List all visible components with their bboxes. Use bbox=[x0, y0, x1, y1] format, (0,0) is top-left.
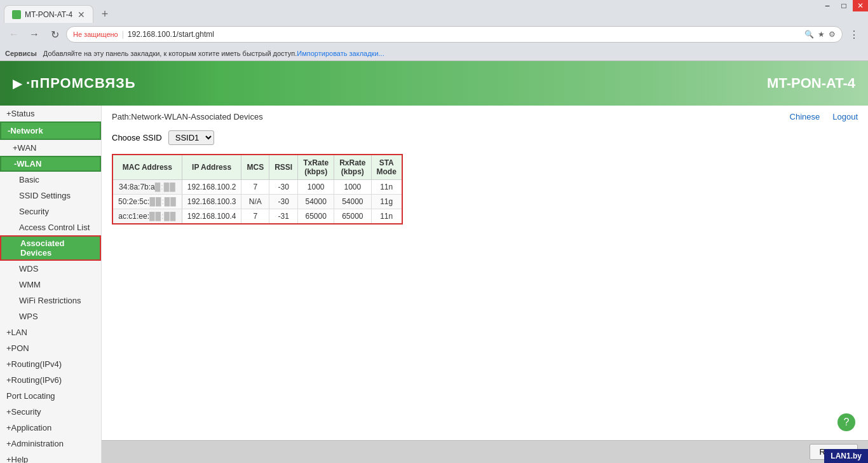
txrate-cell-1: 1000 bbox=[298, 180, 334, 195]
page-content: ▶ ·пПРОМСВЯЗЬ MT-PON-AT-4 +Status -Netwo… bbox=[0, 61, 868, 463]
logo-area: ▶ ·пПРОМСВЯЗЬ bbox=[13, 75, 136, 92]
sidebar-item-wlan[interactable]: -WLAN bbox=[0, 156, 101, 172]
address-bar[interactable]: Не защищено | 192.168.100.1/start.ghtml … bbox=[66, 26, 843, 43]
sidebar-item-routing-ipv4[interactable]: +Routing(IPv4) bbox=[0, 356, 101, 372]
sidebar-item-application[interactable]: +Application bbox=[0, 420, 101, 436]
ip-cell-3: 192.168.100.4 bbox=[182, 209, 241, 225]
sta-cell-3: 11n bbox=[371, 209, 402, 225]
sidebar-item-pon[interactable]: +PON bbox=[0, 340, 101, 356]
col-sta: STAMode bbox=[371, 155, 402, 180]
sidebar-item-routing-ipv6[interactable]: +Routing(IPv6) bbox=[0, 372, 101, 388]
mcs-cell-3: 7 bbox=[241, 209, 269, 225]
content-area: Path:Network-WLAN-Associated Devices Chi… bbox=[102, 106, 868, 440]
reload-button[interactable]: ↻ bbox=[46, 25, 64, 43]
sidebar-item-wps[interactable]: WPS bbox=[0, 308, 101, 324]
close-button[interactable]: ✕ bbox=[853, 0, 868, 11]
path-links: Chinese Logout bbox=[790, 112, 858, 121]
sidebar: +Status -Network +WAN -WLAN Basic SSID S… bbox=[0, 106, 102, 463]
router-header: ▶ ·пПРОМСВЯЗЬ MT-PON-AT-4 bbox=[0, 61, 868, 106]
rssi-cell-3: -31 bbox=[269, 209, 298, 225]
rxrate-cell-2: 54000 bbox=[334, 195, 371, 209]
help-button[interactable]: ? bbox=[837, 413, 855, 431]
txrate-cell-3: 65000 bbox=[298, 209, 334, 225]
col-rssi: RSSI bbox=[269, 155, 298, 180]
sidebar-item-basic[interactable]: Basic bbox=[0, 172, 101, 188]
settings-icon[interactable]: ⚙ bbox=[829, 30, 836, 39]
sidebar-item-wmm[interactable]: WMM bbox=[0, 277, 101, 293]
bookmark-icon[interactable]: ★ bbox=[818, 30, 825, 39]
new-tab-button[interactable]: + bbox=[96, 5, 114, 23]
restore-button[interactable]: □ bbox=[836, 0, 851, 11]
sidebar-item-security[interactable]: Security bbox=[0, 204, 101, 219]
content-wrapper: Path:Network-WLAN-Associated Devices Chi… bbox=[102, 106, 868, 463]
services-label: Сервисы bbox=[5, 50, 37, 57]
col-mac: MAC Address bbox=[112, 155, 182, 180]
sidebar-item-wifi-restrictions[interactable]: WiFi Restrictions bbox=[0, 293, 101, 308]
col-rxrate: RxRate(kbps) bbox=[334, 155, 371, 180]
ip-cell-1: 192.168.100.2 bbox=[182, 180, 241, 195]
rssi-cell-1: -30 bbox=[269, 180, 298, 195]
lan-badge: LAN1.by bbox=[824, 449, 868, 463]
sidebar-item-wan[interactable]: +WAN bbox=[0, 140, 101, 156]
rssi-cell-2: -30 bbox=[269, 195, 298, 209]
sta-cell-2: 11g bbox=[371, 195, 402, 209]
col-ip: IP Address bbox=[182, 155, 241, 180]
not-secure-label: Не защищено bbox=[73, 31, 118, 38]
col-txrate: TxRate(kbps) bbox=[298, 155, 334, 180]
sidebar-item-lan[interactable]: +LAN bbox=[0, 324, 101, 340]
sidebar-item-administration[interactable]: +Administration bbox=[0, 436, 101, 452]
extensions-button[interactable]: ⋮ bbox=[845, 25, 863, 43]
sidebar-item-security-menu[interactable]: +Security bbox=[0, 404, 101, 420]
col-mcs: MCS bbox=[241, 155, 269, 180]
sidebar-item-status[interactable]: +Status bbox=[0, 106, 101, 121]
sidebar-item-port-locating[interactable]: Port Locating bbox=[0, 388, 101, 404]
bookmarks-bar: Сервисы Добавляйте на эту панель закладк… bbox=[0, 46, 868, 61]
mcs-cell-1: 7 bbox=[241, 180, 269, 195]
ip-cell-2: 192.168.100.3 bbox=[182, 195, 241, 209]
sidebar-item-associated-devices[interactable]: Associated Devices bbox=[0, 235, 101, 261]
sidebar-item-ssid-settings[interactable]: SSID Settings bbox=[0, 188, 101, 204]
tab-favicon bbox=[12, 10, 21, 19]
search-icon[interactable]: 🔍 bbox=[804, 30, 814, 39]
forward-button[interactable]: → bbox=[25, 25, 43, 43]
minimize-button[interactable]: – bbox=[820, 0, 835, 11]
choose-ssid-row: Choose SSID SSID1 SSID2 SSID3 SSID4 bbox=[112, 130, 858, 145]
logout-link[interactable]: Logout bbox=[832, 112, 858, 121]
rxrate-cell-1: 1000 bbox=[334, 180, 371, 195]
ssid-select[interactable]: SSID1 SSID2 SSID3 SSID4 bbox=[168, 130, 214, 145]
bookmarks-bar-text: Добавляйте на эту панель закладки, к кот… bbox=[43, 50, 297, 57]
device-name: MT-PON-AT-4 bbox=[767, 75, 855, 92]
close-tab-icon[interactable]: ✕ bbox=[78, 10, 85, 20]
mcs-cell-2: N/A bbox=[241, 195, 269, 209]
address-icons: 🔍 ★ ⚙ bbox=[804, 30, 836, 39]
mac-cell-3: ac:c1:ee:██:██ bbox=[112, 209, 182, 225]
sidebar-item-help[interactable]: +Help bbox=[0, 452, 101, 463]
sidebar-item-access-control[interactable]: Access Control List bbox=[0, 219, 101, 235]
logo-icon: ▶ bbox=[13, 76, 22, 91]
browser-tab[interactable]: MT-PON-AT-4 ✕ bbox=[4, 5, 93, 23]
import-bookmarks-link[interactable]: Импортировать закладки... bbox=[297, 50, 384, 57]
main-layout: +Status -Network +WAN -WLAN Basic SSID S… bbox=[0, 106, 868, 463]
choose-ssid-label: Choose SSID bbox=[112, 133, 162, 142]
logo-text: ·пПРОМСВЯЗЬ bbox=[26, 75, 136, 92]
table-row: 50:2e:5c:██:██ 192.168.100.3 N/A -30 540… bbox=[112, 195, 402, 209]
sta-cell-1: 11n bbox=[371, 180, 402, 195]
path-bar: Path:Network-WLAN-Associated Devices Chi… bbox=[112, 112, 858, 121]
tab-title: MT-PON-AT-4 bbox=[25, 10, 72, 19]
url-text: 192.168.100.1/start.ghtml bbox=[128, 30, 801, 39]
back-button[interactable]: ← bbox=[5, 25, 23, 43]
rxrate-cell-3: 65000 bbox=[334, 209, 371, 225]
window-controls[interactable]: – □ ✕ bbox=[820, 0, 868, 11]
table-row: ac:c1:ee:██:██ 192.168.100.4 7 -31 65000… bbox=[112, 209, 402, 225]
sidebar-item-network[interactable]: -Network bbox=[0, 121, 101, 140]
address-bar-row: ← → ↻ Не защищено | 192.168.100.1/start.… bbox=[0, 23, 868, 46]
chinese-link[interactable]: Chinese bbox=[790, 112, 820, 121]
sidebar-item-wds[interactable]: WDS bbox=[0, 261, 101, 277]
mac-cell-2: 50:2e:5c:██:██ bbox=[112, 195, 182, 209]
mac-cell-1: 34:8a:7b:a█:██ bbox=[112, 180, 182, 195]
browser-chrome: – □ ✕ MT-PON-AT-4 ✕ + ← → ↻ Не защищено … bbox=[0, 0, 868, 61]
address-separator: | bbox=[122, 30, 124, 39]
table-row: 34:8a:7b:a█:██ 192.168.100.2 7 -30 1000 … bbox=[112, 180, 402, 195]
path-text: Path:Network-WLAN-Associated Devices bbox=[112, 112, 263, 121]
devices-table: MAC Address IP Address MCS RSSI TxRate(k… bbox=[112, 154, 403, 225]
